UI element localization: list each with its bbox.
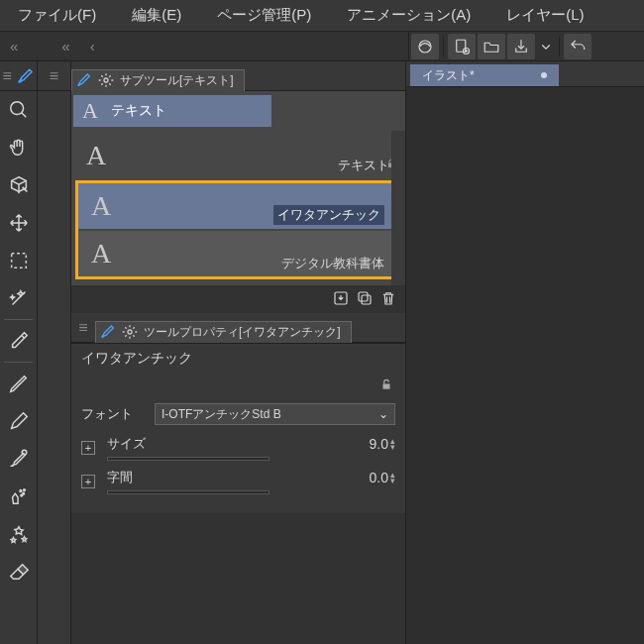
svg-point-14 bbox=[128, 330, 132, 334]
svg-point-7 bbox=[22, 492, 24, 494]
subtool-panel-column: サブツール[テキスト] A テキスト A テキスト A イワタ bbox=[71, 61, 406, 644]
subtool-panel-tab[interactable]: サブツール[テキスト] bbox=[71, 69, 245, 91]
subtool-item-text[interactable]: A テキスト bbox=[73, 133, 403, 178]
tool-hand[interactable] bbox=[0, 129, 37, 166]
tool-palette: ≡ bbox=[0, 61, 38, 644]
new-file-button[interactable] bbox=[448, 34, 476, 59]
text-a-icon: A bbox=[84, 190, 118, 222]
document-tab[interactable]: イラスト* bbox=[410, 64, 559, 86]
svg-rect-12 bbox=[359, 292, 368, 301]
collapse-panel-button[interactable]: « bbox=[52, 38, 79, 54]
font-select-value: I-OTFアンチックStd B bbox=[161, 406, 281, 423]
tool-property-list: フォント I-OTFアンチックStd B ⌄ + サイズ 9.0 ▴▾ bbox=[71, 396, 405, 513]
menu-layer[interactable]: レイヤー(L) bbox=[488, 0, 601, 31]
svg-point-3 bbox=[10, 102, 23, 115]
tool-decoration[interactable] bbox=[0, 515, 37, 553]
svg-point-5 bbox=[22, 450, 27, 455]
menu-file[interactable]: ファイル(F) bbox=[0, 0, 114, 31]
prop-row-kerning: + 字間 0.0 ▴▾ bbox=[81, 470, 395, 493]
expand-icon[interactable]: + bbox=[81, 475, 95, 488]
tool-marquee[interactable] bbox=[0, 242, 37, 279]
stepper-icon[interactable]: ▴▾ bbox=[390, 472, 395, 483]
subtool-item-digital[interactable]: A デジタル教科書体 bbox=[78, 231, 398, 276]
tool-airbrush[interactable] bbox=[0, 478, 37, 515]
tool-object[interactable] bbox=[0, 166, 37, 204]
gear-icon bbox=[122, 324, 138, 340]
subtool-list: A テキスト A イワタアンチック A デジタル教科書体 bbox=[71, 131, 405, 285]
undo-button[interactable] bbox=[564, 34, 591, 59]
tool-eyedropper[interactable] bbox=[0, 322, 37, 360]
prop-row-font: フォント I-OTFアンチックStd B ⌄ bbox=[81, 402, 395, 426]
quick-access-dropdown-icon[interactable] bbox=[537, 34, 555, 59]
tool-property-lock[interactable] bbox=[71, 373, 405, 396]
font-select[interactable]: I-OTFアンチックStd B ⌄ bbox=[155, 403, 395, 425]
subtool-palette-strip: ≡ bbox=[38, 61, 71, 644]
subtool-panel-title: サブツール[テキスト] bbox=[120, 72, 234, 89]
document-tabstrip: イラスト* bbox=[406, 61, 644, 87]
svg-point-6 bbox=[19, 490, 21, 492]
tool-property-title: ツールプロパティ[イワタアンチック] bbox=[144, 324, 341, 341]
canvas[interactable] bbox=[406, 87, 644, 644]
grip-icon: ≡ bbox=[50, 67, 58, 85]
quick-access-bar bbox=[408, 32, 644, 60]
text-a-icon: A bbox=[84, 238, 118, 269]
back-button[interactable]: ‹ bbox=[80, 38, 105, 54]
menu-edit[interactable]: 編集(E) bbox=[114, 0, 199, 31]
grip-icon: ≡ bbox=[2, 67, 11, 85]
svg-point-10 bbox=[104, 78, 108, 82]
subtool-group-bar: A テキスト bbox=[71, 91, 405, 131]
tool-wand[interactable] bbox=[0, 279, 37, 317]
tool-move[interactable] bbox=[0, 204, 37, 242]
subtool-group-text[interactable]: A テキスト bbox=[73, 95, 271, 127]
duplicate-subtool-button[interactable] bbox=[356, 289, 374, 310]
canvas-area: イラスト* bbox=[406, 61, 644, 644]
brush-icon bbox=[17, 67, 35, 85]
expand-icon[interactable]: + bbox=[81, 441, 95, 455]
tool-zoom[interactable] bbox=[0, 91, 37, 129]
prop-row-size: + サイズ 9.0 ▴▾ bbox=[81, 436, 395, 460]
prop-label-kerning: 字間 bbox=[107, 469, 133, 486]
save-file-button[interactable] bbox=[507, 34, 535, 59]
text-a-icon: A bbox=[77, 98, 103, 124]
unsaved-dot-icon bbox=[541, 72, 547, 78]
menu-page[interactable]: ページ管理(P) bbox=[199, 0, 329, 31]
menu-anim[interactable]: アニメーション(A) bbox=[329, 0, 488, 31]
tool-property-name: イワタアンチック bbox=[71, 343, 405, 373]
quick-access-clipstudio-icon[interactable] bbox=[411, 34, 439, 59]
subtool-group-label: テキスト bbox=[111, 102, 166, 120]
collapse-toolbar-button[interactable]: « bbox=[0, 38, 28, 54]
size-value[interactable]: 9.0 bbox=[345, 436, 388, 452]
subtool-item-iwata[interactable]: A イワタアンチック bbox=[78, 183, 398, 229]
tool-brush[interactable] bbox=[0, 440, 37, 478]
tool-property-tab[interactable]: ツールプロパティ[イワタアンチック] bbox=[95, 321, 352, 343]
subtool-panel-titlebar: サブツール[テキスト] bbox=[71, 61, 405, 91]
import-subtool-button[interactable] bbox=[332, 289, 350, 310]
chevron-down-icon: ⌄ bbox=[378, 407, 388, 421]
svg-rect-1 bbox=[457, 40, 466, 52]
scrollbar[interactable] bbox=[391, 131, 405, 285]
tool-property-titlebar: ≡ ツールプロパティ[イワタアンチック] bbox=[71, 313, 405, 343]
gear-icon bbox=[98, 72, 114, 88]
kerning-slider[interactable] bbox=[107, 490, 269, 494]
svg-point-0 bbox=[419, 41, 431, 53]
delete-subtool-button[interactable] bbox=[379, 289, 397, 310]
svg-point-8 bbox=[23, 489, 25, 491]
document-tab-title: イラスト* bbox=[422, 67, 475, 84]
size-slider[interactable] bbox=[107, 457, 269, 461]
prop-label-font: フォント bbox=[81, 405, 147, 423]
stepper-icon[interactable]: ▴▾ bbox=[390, 438, 395, 450]
tool-pen[interactable] bbox=[0, 365, 37, 402]
svg-point-9 bbox=[20, 494, 22, 496]
tool-eraser[interactable] bbox=[0, 553, 37, 590]
grip-icon: ≡ bbox=[71, 319, 95, 337]
subtool-item-label: デジタル教科書体 bbox=[281, 255, 384, 272]
open-file-button[interactable] bbox=[478, 34, 505, 59]
prop-label-size: サイズ bbox=[107, 435, 146, 453]
brush-icon bbox=[100, 324, 116, 340]
svg-rect-13 bbox=[362, 295, 371, 304]
subtool-item-label: テキスト bbox=[338, 157, 389, 174]
subbar: « « ‹ bbox=[0, 32, 644, 61]
subtool-item-label: イワタアンチック bbox=[273, 205, 384, 225]
tool-pencil[interactable] bbox=[0, 402, 37, 440]
kerning-value[interactable]: 0.0 bbox=[345, 470, 388, 485]
